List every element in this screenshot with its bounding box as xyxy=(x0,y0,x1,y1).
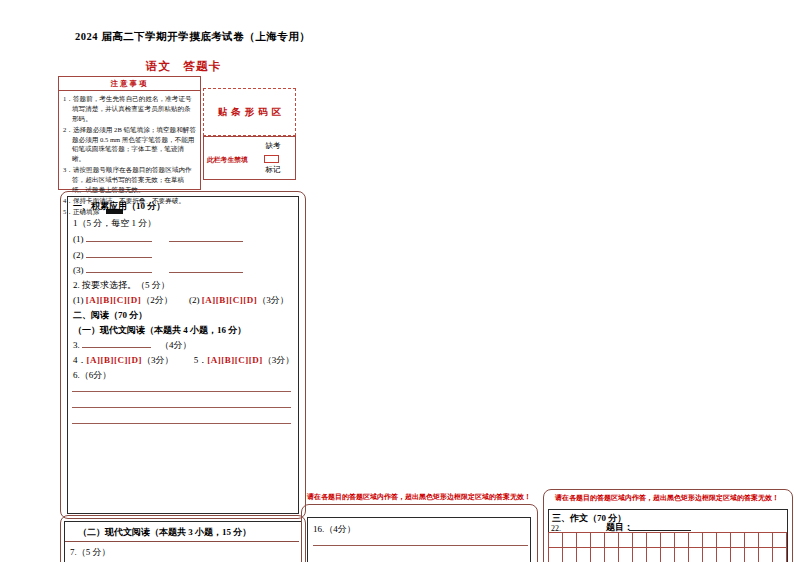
q2-label: 2. 按要求选择。（5 分） xyxy=(73,279,170,292)
answer-blank xyxy=(86,233,152,242)
essay-grid-cell xyxy=(577,533,591,548)
essay-grid-cell xyxy=(661,533,675,548)
page-title: 2024 届高二下学期开学摸底考试卷（上海专用） xyxy=(75,30,310,44)
essay-grid-cell xyxy=(661,548,675,562)
absent-label: 缺考 xyxy=(253,141,293,151)
q5-score: （3分） xyxy=(263,355,295,365)
essay-grid-cell xyxy=(591,533,605,548)
absent-mark-checkbox xyxy=(264,155,279,163)
q2-2-score: （3分） xyxy=(257,295,289,305)
part1-title: 一、积累应用（10 分） xyxy=(73,200,165,213)
q4-score: （3分） xyxy=(142,355,174,365)
essay-grid-cell xyxy=(731,548,745,562)
q4-choices: [A][B][C][D] xyxy=(87,355,142,365)
answer-line xyxy=(72,391,291,392)
q3-score: （4分） xyxy=(160,340,192,350)
answer-blank xyxy=(169,233,243,242)
q2-2-num: (2) xyxy=(189,295,200,305)
q3-num: 3. xyxy=(73,340,80,350)
q2-1-num: (1) xyxy=(73,295,84,305)
essay-grid-cell xyxy=(563,533,577,548)
q5-num: 5． xyxy=(194,355,208,365)
q2-choices-row: (1) [A][B][C][D]（2分） (2) [A][B][C][D]（3分… xyxy=(73,294,289,307)
subject-header: 语文 答题卡 xyxy=(146,59,221,74)
essay-grid-cell xyxy=(703,533,717,548)
essay-grid-cell xyxy=(633,533,647,548)
essay-grid xyxy=(548,532,787,562)
essay-grid-cell xyxy=(563,548,577,562)
q2-1-choices: [A][B][C][D] xyxy=(86,295,141,305)
essay-grid-cell xyxy=(549,533,563,548)
essay-grid-cell xyxy=(675,533,689,548)
notice-header: 注意事项 xyxy=(59,77,200,91)
essay-grid-cell xyxy=(591,548,605,562)
essay-grid-cell xyxy=(717,533,731,548)
answer-line xyxy=(72,407,291,408)
essay-grid-cell xyxy=(759,533,773,548)
answer-sheet-page: 2024 届高二下学期开学摸底考试卷（上海专用） 语文 答题卡 注意事项 1．答… xyxy=(0,0,794,562)
answer-blank xyxy=(86,249,152,258)
essay-grid-cell xyxy=(633,548,647,562)
essay-grid-cell xyxy=(647,548,661,562)
answer-line xyxy=(72,423,291,424)
essay-grid-cell xyxy=(717,548,731,562)
q1-label: 1（5 分，每空 1 分） xyxy=(73,217,156,230)
essay-grid-cell xyxy=(745,548,759,562)
q4-q5-row: 4．[A][B][C][D]（3分） 5．[A][B][C][D]（3分） xyxy=(73,354,294,367)
region-warning-text: 请在各题目的答题区域内作答，超出黑色矩形边框限定区域的答案无效！ xyxy=(289,492,549,502)
essay-grid-cell xyxy=(605,533,619,548)
answer-blank xyxy=(82,339,151,348)
q1-item-num: (2) xyxy=(73,250,84,260)
modern1-title: （一）现代文阅读（本题共 4 小题，16 分） xyxy=(73,324,246,337)
essay-grid-cell xyxy=(759,548,773,562)
essay-grid-cell xyxy=(689,533,703,548)
barcode-area: 贴条形码区 xyxy=(203,88,296,136)
essay-grid-cell xyxy=(549,548,563,562)
q7-label: 7.（5 分） xyxy=(70,546,111,559)
essay-grid-cell xyxy=(647,533,661,548)
essay-grid-cell xyxy=(689,548,703,562)
essay-topic-blank xyxy=(629,530,691,531)
barcode-area-label: 贴条形码区 xyxy=(204,89,295,135)
q1-blank-row: (3) xyxy=(73,264,243,275)
q3-row: 3. （4分） xyxy=(73,339,192,352)
section-divider-line xyxy=(65,541,299,542)
essay-grid-cell xyxy=(731,533,745,548)
notice-item: 2．选择题必须用 2B 铅笔填涂；填空题和解答题必须用 0.5 mm 黑色签字笔… xyxy=(63,125,196,165)
notice-item: 1．答题前，考生先将自己的姓名，准考证号填写清楚，并认真检查监考员所粘贴的条形码… xyxy=(63,94,196,124)
answer-blank xyxy=(169,264,243,273)
essay-grid-cell xyxy=(577,548,591,562)
essay-grid-cell xyxy=(619,533,633,548)
essay-grid-cell xyxy=(773,548,787,562)
essay-grid-cell xyxy=(619,548,633,562)
q6-label: 6.（6分） xyxy=(73,369,111,382)
notice-box: 注意事项 1．答题前，考生先将自己的姓名，准考证号填写清楚，并认真检查监考员所粘… xyxy=(58,76,201,190)
q2-2-choices: [A][B][C][D] xyxy=(202,295,257,305)
essay-grid-cell xyxy=(773,533,787,548)
essay-grid-cell xyxy=(605,548,619,562)
part2-title: 二、阅读（70 分） xyxy=(73,309,147,322)
answer-line xyxy=(313,545,528,546)
essay-grid-cell xyxy=(703,548,717,562)
q2-1-score: （2分） xyxy=(141,295,173,305)
q16-label: 16.（4分） xyxy=(313,523,356,536)
modern2-title: （二）现代文阅读（本题共 3 小题，15 分） xyxy=(78,526,251,539)
essay-grid-cell xyxy=(675,548,689,562)
q4-num: 4． xyxy=(73,355,87,365)
q1-blank-row: (2) xyxy=(73,249,152,260)
absent-mark-box: 缺考 此栏考生禁填 标记 xyxy=(203,136,296,180)
region-warning-text: 请在各题目的答题区域内作答，超出黑色矩形边框限定区域的答案无效！ xyxy=(537,493,794,503)
essay-grid-cell xyxy=(745,533,759,548)
q1-item-num: (1) xyxy=(73,234,84,244)
q1-blank-row: (1) xyxy=(73,233,243,244)
forbidden-label: 此栏考生禁填 xyxy=(207,155,248,165)
mark-label: 标记 xyxy=(253,165,293,175)
answer-blank xyxy=(86,264,152,273)
q1-item-num: (3) xyxy=(73,265,84,275)
q5-choices: [A][B][C][D] xyxy=(207,355,262,365)
